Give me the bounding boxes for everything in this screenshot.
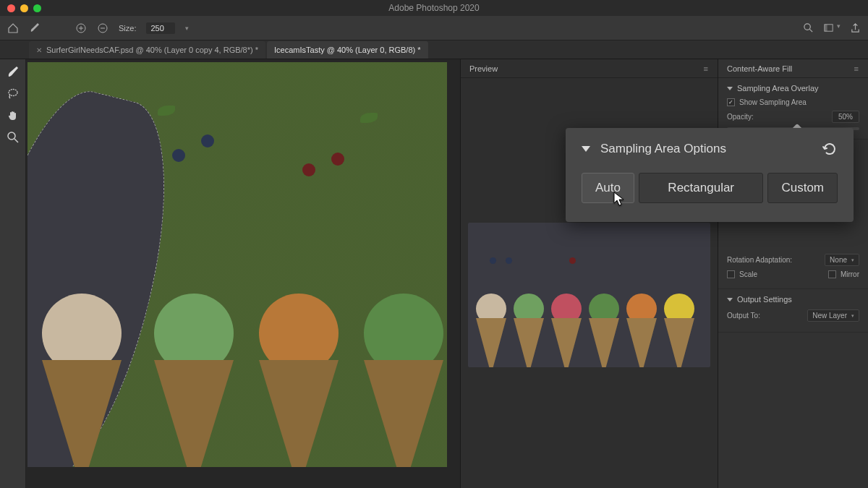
scale-label: Scale	[739, 270, 824, 278]
document-tabs: ✕ SurferGirlNeedsCAF.psd @ 40% (Layer 0 …	[0, 40, 868, 59]
add-sampling-icon[interactable]	[75, 22, 87, 34]
size-input[interactable]: 250	[146, 22, 175, 34]
hand-tool[interactable]	[6, 108, 20, 123]
properties-header: Content-Aware Fill ≡	[718, 59, 868, 78]
rectangular-option[interactable]: Rectangular	[639, 173, 763, 203]
canvas-area[interactable]	[26, 59, 460, 488]
rotation-label: Rotation Adaptation:	[727, 256, 820, 264]
canvas-content	[201, 134, 214, 147]
output-section: Output Settings Output To: New Layer ▾	[718, 289, 868, 333]
opacity-label: Opacity:	[727, 113, 827, 121]
search-icon[interactable]	[802, 22, 814, 34]
chevron-down-icon	[727, 298, 733, 301]
mirror-checkbox[interactable]	[828, 270, 836, 278]
section-header[interactable]: Sampling Area Overlay	[727, 84, 859, 93]
sampling-mode-segmented: Auto Rectangular Custom	[582, 173, 838, 203]
window-controls	[0, 4, 41, 12]
sampling-area-options-popup: Sampling Area Options Auto Rectangular C…	[566, 128, 854, 222]
brush-preset-icon[interactable]	[29, 22, 41, 34]
rotation-dropdown[interactable]: None ▾	[825, 254, 859, 266]
scale-checkbox[interactable]	[727, 270, 735, 278]
canvas-content	[357, 294, 447, 467]
svg-rect-4	[824, 25, 827, 31]
canvas-content	[360, 113, 378, 123]
svg-point-2	[804, 24, 809, 30]
svg-point-6	[8, 132, 15, 140]
sampling-brush-tool[interactable]	[6, 65, 20, 80]
close-window-button[interactable]	[7, 4, 15, 12]
section-title: Sampling Area Overlay	[737, 84, 819, 93]
app-title: Adobe Photoshop 2020	[388, 3, 479, 13]
preview-image[interactable]	[468, 223, 710, 367]
output-to-value: New Layer	[812, 312, 847, 320]
document-tab[interactable]: IcecamIsTasty @ 40% (Layer 0, RGB/8) *	[267, 41, 428, 59]
workspace-icon[interactable]	[822, 22, 834, 34]
auto-option[interactable]: Auto	[582, 173, 634, 203]
tab-label: IcecamIsTasty @ 40% (Layer 0, RGB/8) *	[274, 46, 421, 54]
section-header[interactable]: Output Settings	[727, 295, 859, 304]
rotation-value: None	[830, 256, 847, 264]
custom-option[interactable]: Custom	[767, 173, 838, 203]
panel-menu-icon[interactable]: ≡	[854, 64, 859, 73]
canvas-content	[158, 106, 175, 116]
chevron-down-icon[interactable]	[582, 146, 590, 152]
canvas-content	[172, 149, 185, 162]
canvas-content	[252, 294, 346, 467]
share-icon[interactable]	[849, 22, 861, 34]
maximize-window-button[interactable]	[33, 4, 41, 12]
tab-label: SurferGirlNeedsCAF.psd @ 40% (Layer 0 co…	[46, 46, 258, 54]
fill-section: Rotation Adaptation: None ▾ Scale Mirror	[718, 248, 868, 289]
titlebar: Adobe Photoshop 2020	[0, 0, 868, 16]
document-canvas[interactable]	[27, 62, 447, 467]
preview-panel: Preview ≡	[460, 59, 718, 488]
section-title: Output Settings	[737, 295, 792, 304]
tool-palette	[0, 59, 26, 488]
chevron-down-icon	[727, 87, 733, 90]
output-to-label: Output To:	[727, 312, 803, 320]
properties-panel: Content-Aware Fill ≡ Sampling Area Overl…	[718, 59, 868, 488]
lasso-tool[interactable]	[6, 87, 20, 101]
options-bar: Size: 250 ▾ ▾	[0, 16, 868, 40]
properties-title: Content-Aware Fill	[727, 64, 792, 73]
document-tab[interactable]: ✕ SurferGirlNeedsCAF.psd @ 40% (Layer 0 …	[29, 41, 265, 59]
chevron-down-icon: ▾	[851, 313, 854, 319]
home-icon[interactable]	[7, 22, 19, 34]
show-sampling-checkbox[interactable]: ✓	[727, 98, 735, 106]
popup-title: Sampling Area Options	[600, 142, 812, 156]
zoom-tool[interactable]	[6, 130, 20, 145]
chevron-down-icon: ▾	[851, 257, 854, 263]
workspace-dropdown-icon[interactable]: ▾	[837, 22, 841, 34]
canvas-content	[302, 163, 315, 176]
minimize-window-button[interactable]	[20, 4, 28, 12]
preview-header: Preview ≡	[461, 59, 718, 78]
size-label: Size:	[119, 24, 136, 33]
opacity-input[interactable]: 50%	[832, 111, 859, 123]
output-to-dropdown[interactable]: New Layer ▾	[807, 309, 859, 322]
subtract-sampling-icon[interactable]	[97, 22, 109, 34]
canvas-content	[147, 294, 241, 467]
close-tab-icon[interactable]: ✕	[36, 46, 42, 54]
preview-title: Preview	[469, 64, 498, 73]
show-sampling-label: Show Sampling Area	[739, 98, 807, 106]
canvas-content	[331, 153, 344, 166]
panel-menu-icon[interactable]: ≡	[704, 64, 709, 73]
reset-icon[interactable]	[822, 141, 838, 157]
mirror-label: Mirror	[841, 270, 859, 278]
canvas-content	[35, 294, 129, 467]
size-dropdown-icon[interactable]: ▾	[185, 25, 189, 32]
